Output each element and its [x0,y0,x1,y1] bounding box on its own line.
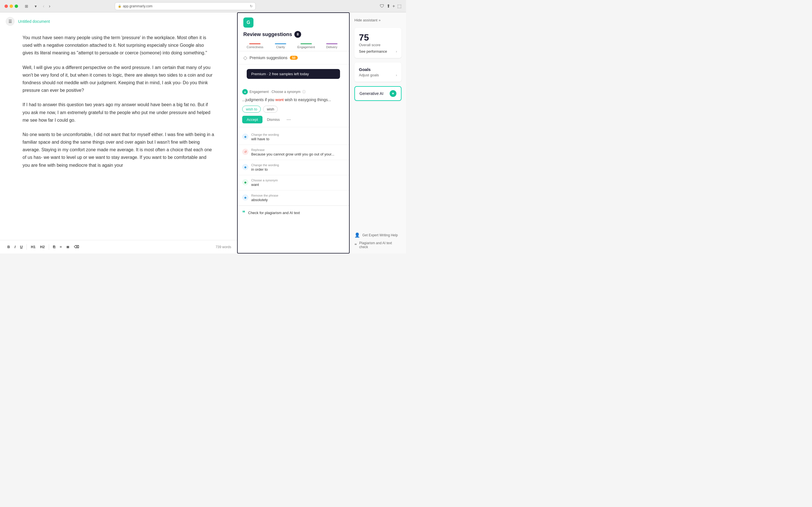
suggestion-text-4: absolutely [251,198,345,202]
clarity-label: Clarity [276,45,285,49]
sidebar-chevron[interactable]: ▾ [32,3,40,9]
url-text: app.grammarly.com [123,4,153,8]
paragraph-1: You must have seen many people using the… [22,34,214,57]
suggestion-list: ◆ Change the wording will have to ↺ Reph… [238,129,349,206]
score-section: 75 Overall score See performance › [354,28,402,58]
underline-button[interactable]: U [18,244,24,250]
suggestion-type-4: Remove the phrase [251,194,345,197]
more-options-button[interactable]: ··· [285,115,292,124]
goals-section: Goals Adjust goals › [354,62,402,82]
suggestion-tag-label: Engagement · Choose a synonym [250,90,301,94]
more-icon[interactable]: ⬚ [397,3,402,9]
suggestion-icon-3: ◆ [242,179,248,185]
editor-toolbar: B I U H1 H2 ⎘ ≡ ≣ ⌫ 739 words [0,240,237,253]
suggestion-item-2[interactable]: ◆ Change the wording in order to [238,160,349,175]
sidebar-toggle[interactable]: ⊞ [22,3,31,9]
plagiarism-label: Check for plagiarism and AI text [248,211,300,215]
close-button[interactable] [4,4,8,8]
right-sidebar: Hide assistant » 75 Overall score See pe… [350,12,406,253]
free-samples-banner: Premium · 2 free samples left today [247,69,340,79]
h2-button[interactable]: H2 [38,244,47,250]
maximize-button[interactable] [15,4,18,8]
tab-engagement[interactable]: Engagement [294,41,319,51]
suggestion-icon-0: ◆ [242,133,248,140]
option-wish-to[interactable]: wish to [242,106,261,113]
plagiarism-ai-link[interactable]: ❝ Plagiarism and AI text check [354,241,402,249]
expert-writing-label: Get Expert Writing Help [362,233,398,237]
plagiarism-ai-label: Plagiarism and AI text check [359,241,402,249]
suggestion-content-2: Change the wording in order to [251,163,345,172]
see-performance-link[interactable]: See performance › [359,49,397,54]
suggestion-type-0: Change the wording [251,133,345,136]
editor-content[interactable]: You must have seen many people using the… [0,28,237,240]
suggestion-type-1: Rephrase [251,148,345,152]
minimize-button[interactable] [10,4,13,8]
suggestion-icon-2: ◆ [242,164,248,170]
lock-icon: 🔒 [118,4,121,8]
new-tab-icon[interactable]: + [393,4,395,9]
share-icon[interactable]: ⬆ [387,3,390,9]
generative-ai-button[interactable]: Generative AI ✦ [354,86,402,101]
forward-button[interactable]: › [48,3,51,9]
shield-icon[interactable]: 🛡 [380,4,384,9]
gen-ai-icon: ✦ [390,90,396,97]
accept-button[interactable]: Accept [242,116,262,123]
italic-button[interactable]: I [13,244,17,250]
overall-score: 75 [359,33,397,43]
hide-assistant-button[interactable]: Hide assistant » [354,17,402,23]
expanded-suggestion-card: ● Engagement · Choose a synonym ⓘ ...jud… [238,86,349,127]
unordered-list-button[interactable]: ≣ [64,244,71,250]
suggestion-text-1: Because you cannot grow until you go out… [251,152,345,156]
main-layout: ☰ Untitled document You must have seen m… [0,12,406,253]
suggestion-item-3[interactable]: ◆ Choose a synonym want [238,175,349,190]
info-icon[interactable]: ⓘ [302,90,306,94]
suggestion-content-3: Choose a synonym want [251,179,345,187]
toolbar-divider-1 [27,244,27,250]
expert-writing-link[interactable]: 👤 Get Expert Writing Help [354,232,402,238]
review-header: G [238,13,349,31]
option-wish[interactable]: wish [263,106,278,113]
suggestion-content-0: Change the wording will have to [251,133,345,141]
paragraph-2: Well, I will give you a different perspe… [22,64,214,94]
engagement-label: Engagement [297,45,315,49]
document-title[interactable]: Untitled document [18,19,50,24]
clear-format-button[interactable]: ⌫ [72,244,81,250]
context-after: wish to easygoing things... [284,98,331,102]
adjust-goals-link[interactable]: Adjust goals › [359,73,397,77]
suggestion-item-1[interactable]: ↺ Rephrase Because you cannot grow until… [238,145,349,160]
gen-ai-label: Generative AI [359,91,384,96]
tab-delivery[interactable]: Delivery [319,41,345,51]
bold-button[interactable]: B [6,244,11,250]
plagiarism-row[interactable]: ❝ Check for plagiarism and AI text [238,206,349,219]
reload-icon[interactable]: ↻ [250,4,253,8]
h1-button[interactable]: H1 [29,244,37,250]
suggestion-item-4[interactable]: ◆ Remove the phrase absolutely [238,190,349,206]
ordered-list-button[interactable]: ≡ [58,244,64,250]
expert-icon: 👤 [354,232,360,238]
link-button[interactable]: ⎘ [51,244,57,250]
hide-assistant-label: Hide assistant [354,18,377,22]
menu-button[interactable]: ☰ [6,17,15,26]
back-button[interactable]: ‹ [42,3,45,9]
review-title: Review suggestions [243,32,292,38]
titlebar-sidebar-icons: ⊞ ▾ [22,3,40,9]
suggestion-tag: ● Engagement · Choose a synonym ⓘ [242,89,345,95]
logo-letter: G [247,20,250,25]
diamond-icon: ◇ [243,55,247,61]
suggestion-type-3: Choose a synonym [251,179,345,182]
suggestion-item-0[interactable]: ◆ Change the wording will have to [238,129,349,145]
tab-correctness[interactable]: Correctness [242,41,268,51]
titlebar: ⊞ ▾ ‹ › 🔒 app.grammarly.com ↻ 🛡 ⬆ + ⬚ [0,0,406,12]
suggestions-panel: G Review suggestions 8 Correctness Clari… [237,12,350,253]
suggestion-content-1: Rephrase Because you cannot grow until y… [251,148,345,156]
tab-clarity[interactable]: Clarity [268,41,294,51]
suggestion-text-2: in order to [251,167,345,172]
hide-chevron-icon: » [378,18,380,22]
delivery-bar [326,43,338,44]
chevron-right-icon-2: › [396,73,397,77]
address-bar[interactable]: 🔒 app.grammarly.com ↻ [115,2,256,10]
adjust-goals-text: Adjust goals [359,73,379,77]
engagement-icon: ● [242,89,248,95]
premium-count-badge: 50 [290,56,298,60]
dismiss-button[interactable]: Dismiss [265,116,282,123]
